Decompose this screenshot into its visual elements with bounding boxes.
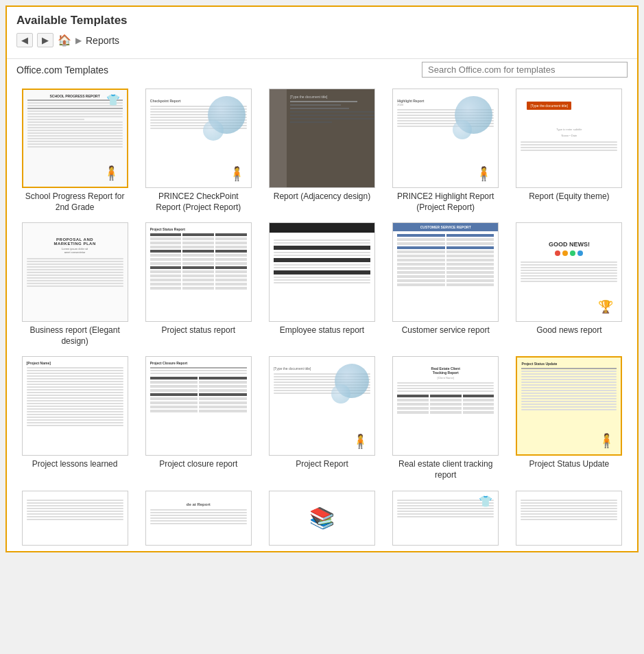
template-label-employee-status: Employee status report: [280, 325, 364, 336]
template-label-business-elegant: Business report (Elegant design): [22, 325, 128, 347]
template-thumb-project-report: [Type the document title] 🧍: [269, 356, 375, 456]
template-label-school-progress: School Progress Report for 2nd Grade: [22, 191, 128, 213]
template-item-project-status[interactable]: Project Status Report Pr: [140, 222, 257, 347]
person-figure5-icon: 🧍: [598, 432, 615, 449]
template-item-status-update[interactable]: Project Status Update: [511, 356, 628, 480]
template-label-customer-service: Customer service report: [402, 325, 490, 336]
template-thumb-bottom4: 👕: [392, 491, 499, 546]
equity-title-block: [Type the document title]: [527, 102, 571, 110]
template-item-prince2-checkpoint[interactable]: Checkpoint Report 🧍 PRINCE2 CheckPoint R…: [140, 89, 257, 213]
top-row: Office.com Templates: [7, 59, 637, 83]
template-thumb-status-update: Project Status Update: [516, 356, 622, 456]
forward-button[interactable]: ▶: [37, 33, 53, 47]
template-item-project-lessons[interactable]: [Project Name]: [16, 356, 133, 480]
template-item-bottom3[interactable]: 📚: [263, 491, 380, 546]
nav-bar: ◀ ▶ 🏠 ▶ Reports: [16, 33, 628, 47]
template-item-employee-status[interactable]: Employee status report: [263, 222, 380, 347]
template-item-school-progress[interactable]: 👕 SCHOOL PROGRESS REPORT: [16, 89, 133, 213]
template-item-good-news[interactable]: GOOD NEWS! 🏆: [511, 222, 628, 347]
template-item-business-elegant[interactable]: PROPOSAL ANDMARKETING PLAN Lorem ipsum d…: [16, 222, 133, 347]
template-thumb-prince2-highlight: Highlight Report 2024 🧍: [392, 89, 499, 188]
template-item-real-estate[interactable]: Real Estate ClientTracking Report [Clien…: [387, 356, 504, 480]
template-item-equity[interactable]: [Type the document title] Type to enter …: [511, 89, 628, 213]
template-thumb-customer-service: CUSTOMER SERVICE REPORT: [392, 222, 499, 322]
template-label-project-closure: Project closure report: [159, 459, 237, 470]
person-figure4-icon: 🧍: [352, 433, 369, 449]
template-thumb-bottom2: de at Report: [145, 491, 252, 546]
template-thumb-prince2-checkpoint: Checkpoint Report 🧍: [145, 89, 252, 188]
template-thumb-real-estate: Real Estate ClientTracking Report [Clien…: [392, 356, 499, 456]
page-title: Available Templates: [16, 14, 628, 27]
template-thumb-bottom1: [22, 491, 128, 546]
person-figure3-icon: 🧍: [475, 165, 492, 182]
template-item-bottom1[interactable]: [16, 491, 133, 546]
template-label-real-estate: Real estate client tracking report: [392, 459, 499, 480]
template-item-bottom4[interactable]: 👕: [387, 491, 504, 546]
template-thumb-business-elegant: PROPOSAL ANDMARKETING PLAN Lorem ipsum d…: [22, 222, 128, 322]
template-thumb-school-progress: 👕 SCHOOL PROGRESS REPORT: [22, 89, 128, 188]
template-label-prince2-highlight: PRINCE2 Highlight Report (Project Report…: [392, 191, 499, 213]
home-icon[interactable]: 🏠: [58, 34, 71, 47]
main-container: Available Templates ◀ ▶ 🏠 ▶ Reports Offi…: [5, 5, 639, 552]
template-thumb-project-closure: Project Closure Report: [145, 356, 252, 456]
template-item-customer-service[interactable]: CUSTOMER SERVICE REPORT Customer se: [387, 222, 504, 347]
shirt-icon: 👕: [106, 93, 120, 106]
person-figure-icon: 🧍: [103, 165, 120, 181]
template-label-good-news: Good news report: [536, 325, 601, 336]
template-item-prince2-highlight[interactable]: Highlight Report 2024 🧍 PRINCE2 Highligh…: [387, 89, 504, 213]
template-thumb-bottom3: 📚: [269, 491, 375, 546]
template-item-project-closure[interactable]: Project Closure Report Project closure r…: [140, 356, 257, 480]
template-label-adjacency: Report (Adjacency design): [274, 191, 370, 202]
template-item-bottom2[interactable]: de at Report: [140, 491, 257, 546]
breadcrumb-chevron: ▶: [75, 36, 82, 45]
templates-grid-row1: 👕 SCHOOL PROGRESS REPORT: [7, 83, 637, 551]
template-item-bottom5[interactable]: [511, 491, 628, 546]
template-label-prince2-checkpoint: PRINCE2 CheckPoint Report (Project Repor…: [145, 191, 252, 213]
template-thumb-adjacency: [Type the document title]: [269, 89, 375, 188]
template-thumb-equity: [Type the document title] Type to enter …: [516, 89, 622, 188]
template-thumb-good-news: GOOD NEWS! 🏆: [516, 222, 622, 322]
person-figure2-icon: 🧍: [228, 165, 246, 182]
template-thumb-employee-status: [269, 222, 375, 322]
template-label-project-lessons: Project lessons learned: [32, 459, 118, 470]
template-label-equity: Report (Equity theme): [529, 191, 609, 202]
section-label: Office.com Templates: [16, 65, 108, 75]
template-label-status-update: Project Status Update: [529, 459, 610, 470]
back-button[interactable]: ◀: [16, 33, 33, 47]
template-item-adjacency[interactable]: [Type the document title] Report (Adjace…: [263, 89, 380, 213]
header: Available Templates ◀ ▶ 🏠 ▶ Reports: [7, 7, 637, 59]
template-label-project-status: Project status report: [162, 325, 235, 336]
template-label-project-report: Project Report: [296, 459, 348, 470]
search-input[interactable]: [422, 62, 628, 78]
template-thumb-project-status: Project Status Report: [145, 222, 252, 322]
template-item-project-report[interactable]: [Type the document title] 🧍 Project Repo…: [263, 356, 380, 480]
template-thumb-project-lessons: [Project Name]: [22, 356, 128, 456]
breadcrumb-reports[interactable]: Reports: [86, 35, 119, 46]
template-thumb-bottom5: [516, 491, 622, 546]
